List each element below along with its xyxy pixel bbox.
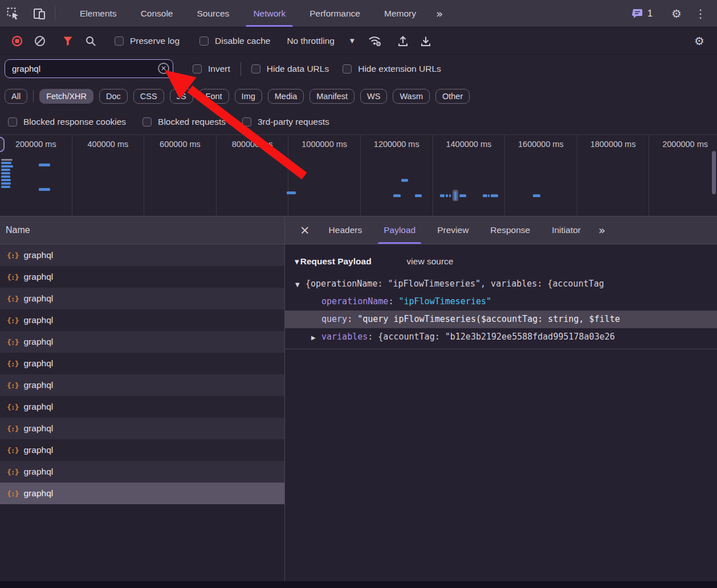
- network-settings-button[interactable]: ⚙: [687, 34, 711, 48]
- network-overview-timeline[interactable]: 200000 ms400000 ms600000 ms800000 ms1000…: [0, 134, 717, 217]
- request-row[interactable]: {:}graphql: [0, 483, 284, 504]
- device-toolbar-button[interactable]: [26, 0, 52, 27]
- details-tab-initiator[interactable]: Initiator: [541, 217, 592, 244]
- request-row[interactable]: {:}graphql: [0, 418, 284, 439]
- tab-console[interactable]: Console: [129, 0, 185, 27]
- collapsed-triangle-icon[interactable]: ▶: [311, 329, 321, 346]
- more-options-button[interactable]: ⋮: [689, 7, 712, 21]
- tab-sources[interactable]: Sources: [185, 0, 242, 27]
- payload-line[interactable]: query: "query ipFlowTimeseries($accountT…: [285, 311, 717, 328]
- import-har-button[interactable]: [392, 31, 414, 51]
- blocked-requests-checkbox[interactable]: [142, 117, 152, 126]
- hide-data-urls-label: Hide data URLs: [267, 64, 329, 74]
- collapse-triangle-icon[interactable]: ▼: [295, 259, 299, 265]
- issues-button[interactable]: 1: [625, 9, 659, 19]
- hide-extension-urls-checkbox[interactable]: [343, 64, 352, 74]
- payload-text: operationName: [321, 296, 388, 307]
- type-filter-fetch-xhr[interactable]: Fetch/XHR: [39, 89, 93, 104]
- type-filter-media[interactable]: Media: [268, 89, 304, 104]
- request-row[interactable]: {:}graphql: [0, 374, 284, 396]
- payload-line[interactable]: ▶variables: {accountTag: "b12e3b2192ee55…: [285, 328, 717, 346]
- 3rd-party-requests-toggle[interactable]: 3rd-party requests: [242, 117, 329, 127]
- payload-line[interactable]: ▼{operationName: "ipFlowTimeseries", var…: [285, 275, 717, 293]
- request-payload-section-header[interactable]: ▼ Request Payload view source: [285, 252, 717, 271]
- blocked-response-cookies-toggle[interactable]: Blocked response cookies: [8, 117, 126, 127]
- network-conditions-button[interactable]: [364, 31, 386, 51]
- record-button[interactable]: [6, 31, 28, 51]
- waterfall-bar: [401, 179, 408, 182]
- invert-toggle[interactable]: Invert: [186, 64, 237, 74]
- search-button[interactable]: [79, 31, 102, 51]
- clear-filter-icon[interactable]: ✕: [158, 63, 169, 74]
- type-filter-other[interactable]: Other: [435, 89, 470, 104]
- hide-extension-urls-toggle[interactable]: Hide extension URLs: [336, 64, 448, 74]
- request-row[interactable]: {:}graphql: [0, 353, 284, 374]
- details-tab-response[interactable]: Response: [479, 217, 541, 244]
- type-filter-font[interactable]: Font: [199, 89, 229, 104]
- payload-line[interactable]: operationName: "ipFlowTimeseries": [285, 293, 717, 311]
- request-row[interactable]: {:}graphql: [0, 331, 284, 353]
- network-toolbar: Preserve log Disable cache No throttling…: [0, 27, 717, 55]
- request-row[interactable]: {:}graphql: [0, 439, 284, 461]
- type-filter-ws[interactable]: WS: [360, 89, 387, 104]
- request-row[interactable]: {:}graphql: [0, 396, 284, 418]
- tab-memory[interactable]: Memory: [372, 0, 428, 27]
- disable-cache-label: Disable cache: [215, 36, 270, 46]
- requests-panel: Name {:}graphql{:}graphql{:}graphql{:}gr…: [0, 217, 285, 581]
- timeline-label-600000-ms: 600000 ms: [144, 135, 217, 216]
- more-details-tabs-button[interactable]: »: [592, 217, 612, 244]
- payload-text: variables: [321, 332, 368, 342]
- type-filter-js[interactable]: JS: [170, 89, 193, 104]
- gear-icon: ⚙: [671, 7, 682, 21]
- details-tab-headers[interactable]: Headers: [318, 217, 373, 244]
- waterfall-bar: [1, 159, 13, 161]
- timeline-scrollbar-thumb[interactable]: [712, 151, 716, 194]
- blocked-response-cookies-checkbox[interactable]: [8, 117, 17, 126]
- tab-performance[interactable]: Performance: [298, 0, 372, 27]
- clear-network-log-button[interactable]: [28, 31, 51, 51]
- hide-data-urls-toggle[interactable]: Hide data URLs: [245, 64, 336, 74]
- timeline-left-handle[interactable]: [0, 137, 5, 152]
- timeline-label-200000-ms: 200000 ms: [0, 135, 72, 216]
- disable-cache-checkbox[interactable]: [199, 36, 209, 46]
- panel-tabs: ElementsConsoleSourcesNetworkPerformance…: [68, 0, 428, 27]
- details-tab-payload[interactable]: Payload: [373, 217, 426, 244]
- request-row[interactable]: {:}graphql: [0, 244, 284, 266]
- request-row[interactable]: {:}graphql: [0, 288, 284, 309]
- request-row[interactable]: {:}graphql: [0, 309, 284, 331]
- type-filter-wasm[interactable]: Wasm: [393, 89, 430, 104]
- disable-cache-toggle[interactable]: Disable cache: [192, 36, 278, 46]
- hide-data-urls-checkbox[interactable]: [251, 64, 260, 74]
- timeline-label-2000000-ms: 2000000 ms: [649, 135, 717, 216]
- invert-checkbox[interactable]: [193, 64, 202, 74]
- filter-toggle-button[interactable]: [56, 31, 79, 51]
- request-name: graphql: [23, 467, 53, 477]
- expanded-triangle-icon[interactable]: ▼: [295, 276, 305, 293]
- request-row[interactable]: {:}graphql: [0, 266, 284, 288]
- tab-network[interactable]: Network: [241, 0, 298, 27]
- request-row[interactable]: {:}graphql: [0, 461, 284, 483]
- tab-elements[interactable]: Elements: [68, 0, 129, 27]
- request-name: graphql: [23, 423, 53, 434]
- view-source-link[interactable]: view source: [407, 256, 454, 267]
- preserve-log-checkbox[interactable]: [115, 36, 124, 46]
- details-tab-preview[interactable]: Preview: [426, 217, 479, 244]
- preserve-log-toggle[interactable]: Preserve log: [107, 36, 187, 46]
- type-filter-all[interactable]: All: [5, 89, 27, 104]
- json-braces-icon: {:}: [7, 338, 18, 346]
- type-filter-img[interactable]: Img: [235, 89, 262, 104]
- settings-button[interactable]: ⚙: [665, 7, 689, 21]
- filter-input[interactable]: [5, 59, 173, 78]
- type-filter-manifest[interactable]: Manifest: [309, 89, 355, 104]
- blocked-requests-toggle[interactable]: Blocked requests: [142, 117, 226, 127]
- throttling-select[interactable]: No throttling ▼: [278, 36, 363, 46]
- export-har-button[interactable]: [414, 31, 437, 51]
- type-filter-css[interactable]: CSS: [133, 89, 164, 104]
- close-details-button[interactable]: ×: [292, 217, 318, 244]
- 3rd-party-requests-checkbox[interactable]: [242, 117, 251, 126]
- more-panels-button[interactable]: »: [428, 0, 451, 27]
- name-column-header[interactable]: Name: [0, 217, 284, 244]
- type-filter-doc[interactable]: Doc: [99, 89, 128, 104]
- inspect-element-button[interactable]: [0, 0, 26, 27]
- 3rd-party-requests-label: 3rd-party requests: [258, 117, 329, 127]
